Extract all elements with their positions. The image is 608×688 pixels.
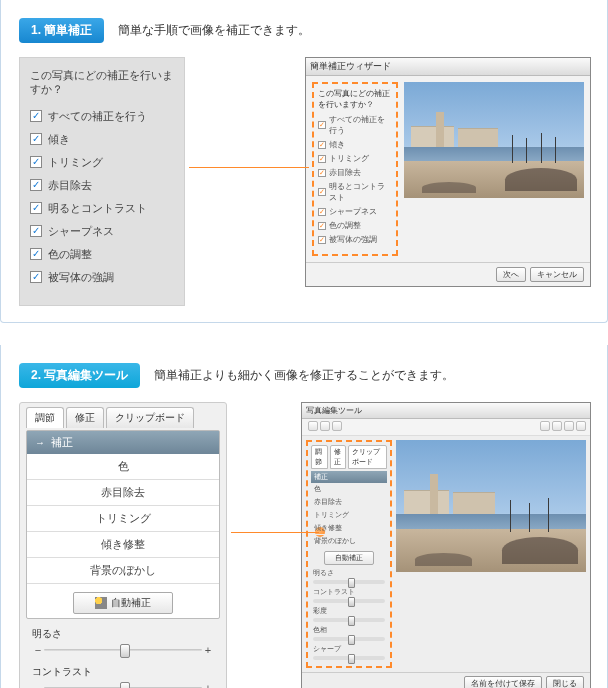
wizard-opt-trim[interactable]: ✓トリミング [318,153,392,164]
mini-slider-label: 彩度 [313,606,385,616]
slider-brightness[interactable] [44,649,202,651]
mini-header-label: 補正 [314,473,328,480]
plus-icon[interactable]: + [202,682,214,688]
option-all[interactable]: ✓すべての補正を行う [30,109,174,124]
mini-slider[interactable] [313,656,385,660]
tool-icon[interactable] [576,421,586,431]
tool-icon[interactable] [540,421,550,431]
wizard-next-button[interactable]: 次へ [496,267,526,282]
editor-save-button[interactable]: 名前を付けて保存 [464,676,542,688]
auto-correct-button[interactable]: 自動補正 [73,592,173,614]
option-label: トリミング [329,153,369,164]
panel-question: この写真にどの補正を行いますか？ [30,68,174,97]
mini-menu-header[interactable]: 補正 [311,471,387,483]
option-label: 色の調整 [48,247,92,262]
option-label: 被写体の強調 [48,270,114,285]
mini-tab-clip[interactable]: クリップボード [348,445,387,469]
option-label: シャープネス [329,206,377,217]
editor-preview-photo [396,440,586,572]
minus-icon[interactable]: − [32,644,44,656]
wizard-cancel-button[interactable]: キャンセル [530,267,584,282]
tool-icon[interactable] [308,421,318,431]
menu-header-label: 補正 [51,435,73,450]
wizard-opt-brightness[interactable]: ✓明るとコントラスト [318,181,392,203]
preview-photo [404,82,584,198]
tab-adjust[interactable]: 調節 [26,407,64,428]
option-subject[interactable]: ✓被写体の強調 [30,270,174,285]
section-photo-edit-tool: 2. 写真編集ツール 簡単補正よりも細かく画像を修正することができます。 調節 … [0,345,608,688]
mini-slider[interactable] [313,599,385,603]
wizard-opt-tilt[interactable]: ✓傾き [318,139,392,150]
menu-tilt[interactable]: 傾き修整 [27,532,219,558]
wizard-options-highlight: この写真にどの補正を行いますか？ ✓すべての補正を行う ✓傾き ✓トリミング ✓… [312,82,398,256]
tool-icon[interactable] [320,421,330,431]
wizard-opt-subject[interactable]: ✓被写体の強調 [318,234,392,245]
option-tilt[interactable]: ✓傾き [30,132,174,147]
checkbox-icon: ✓ [318,169,326,177]
menu-redeye[interactable]: 赤目除去 [27,480,219,506]
option-label: トリミング [48,155,103,170]
checkbox-icon: ✓ [318,188,326,196]
mini-tab-fix[interactable]: 修正 [330,445,347,469]
option-label: 赤目除去 [48,178,92,193]
arrow-right-icon: → [35,437,45,448]
tab-clipboard[interactable]: クリップボード [106,407,194,428]
option-label: 被写体の強調 [329,234,377,245]
checkbox-icon: ✓ [30,248,42,260]
mini-slider-label: 明るさ [313,568,385,578]
mini-auto-button[interactable]: 自動補正 [324,551,374,565]
connector-line [189,167,309,168]
mini-slider[interactable] [313,580,385,584]
mini-menu-item[interactable]: トリミング [311,509,387,522]
checkbox-icon: ✓ [318,121,326,129]
mini-slider[interactable] [313,618,385,622]
edit-panel: 調節 修正 クリップボード →補正 色 赤目除去 トリミング 傾き修整 背景のぼ… [19,402,227,688]
menu-header[interactable]: →補正 [27,431,219,454]
mini-menu-item[interactable]: 色 [311,483,387,496]
menu-blur[interactable]: 背景のぼかし [27,558,219,584]
plus-icon[interactable]: + [202,644,214,656]
option-label: 色の調整 [329,220,361,231]
tool-icon[interactable] [552,421,562,431]
tool-icon[interactable] [564,421,574,431]
checkbox-icon: ✓ [318,222,326,230]
sliders-group: 明るさ −+ コントラスト −+ 彩度 −+ 色相 −+ シャープ −+ [26,619,220,688]
minus-icon[interactable]: − [32,682,44,688]
mini-menu-item[interactable]: 背景のぼかし [311,535,387,548]
checkbox-icon: ✓ [30,202,42,214]
option-color[interactable]: ✓色の調整 [30,247,174,262]
checkbox-icon: ✓ [30,133,42,145]
checkbox-icon: ✓ [30,179,42,191]
mini-slider-label: シャープ [313,644,385,654]
mini-menu-item[interactable]: 傾き修整 [311,522,387,535]
desc-photo-edit: 簡単補正よりも細かく画像を修正することができます。 [154,367,454,384]
menu-color[interactable]: 色 [27,454,219,480]
checkbox-icon: ✓ [30,271,42,283]
mini-tab-adjust[interactable]: 調節 [311,445,328,469]
wizard-opt-all[interactable]: ✓すべての補正を行う [318,114,392,136]
wizard-opt-color[interactable]: ✓色の調整 [318,220,392,231]
wizard-opt-sharpness[interactable]: ✓シャープネス [318,206,392,217]
menu-trim[interactable]: トリミング [27,506,219,532]
checkbox-icon: ✓ [318,208,326,216]
desc-simple-correction: 簡単な手順で画像を補正できます。 [118,22,310,39]
option-label: 傾き [329,139,345,150]
option-trim[interactable]: ✓トリミング [30,155,174,170]
tab-fix[interactable]: 修正 [66,407,104,428]
checkbox-icon: ✓ [30,225,42,237]
checkbox-icon: ✓ [318,236,326,244]
mini-slider-label: 色相 [313,625,385,635]
editor-close-button[interactable]: 閉じる [546,676,584,688]
option-brightness[interactable]: ✓明るとコントラスト [30,201,174,216]
checkbox-icon: ✓ [318,141,326,149]
option-sharpness[interactable]: ✓シャープネス [30,224,174,239]
checkbox-icon: ✓ [30,110,42,122]
option-redeye[interactable]: ✓赤目除去 [30,178,174,193]
correction-options-panel: この写真にどの補正を行いますか？ ✓すべての補正を行う ✓傾き ✓トリミング ✓… [19,57,185,306]
tool-icon[interactable] [332,421,342,431]
mini-slider[interactable] [313,637,385,641]
mini-slider-label: コントラスト [313,587,385,597]
wizard-opt-redeye[interactable]: ✓赤目除去 [318,167,392,178]
checkbox-icon: ✓ [30,156,42,168]
mini-menu-item[interactable]: 赤目除去 [311,496,387,509]
